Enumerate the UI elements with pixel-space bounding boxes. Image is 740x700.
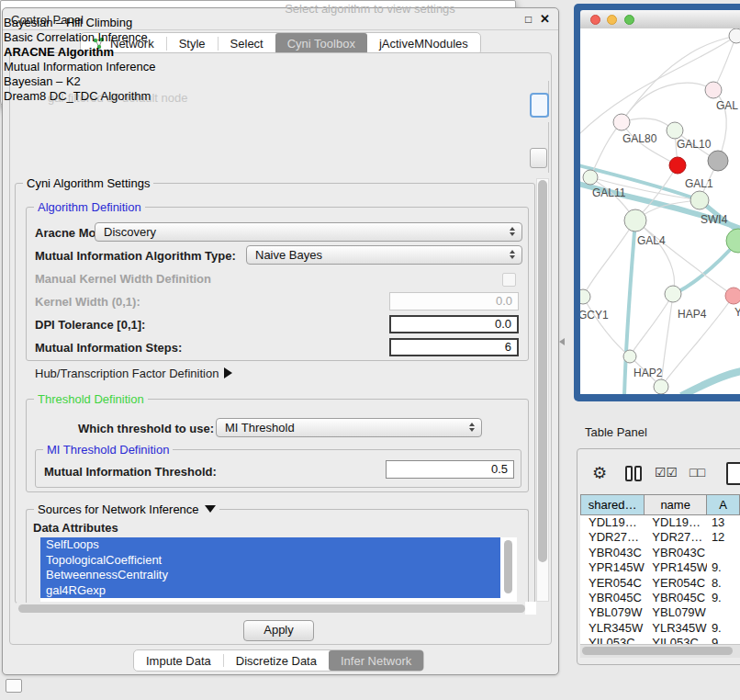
cyni-bottom-tabbar: Impute Data Discretize Data Infer Networ…: [133, 649, 424, 672]
mi-steps-field[interactable]: 6: [389, 338, 519, 356]
select-all-checkboxes-icon[interactable]: ☑☑: [655, 465, 678, 480]
tab-discretize-data-label: Discretize Data: [236, 654, 317, 668]
data-attributes-label: Data Attributes: [33, 521, 118, 535]
combo-arrows-icon: [469, 423, 475, 432]
mi-threshold-label: Mutual Information Threshold:: [44, 465, 217, 479]
table-settings-gear-icon[interactable]: ⚙: [592, 463, 607, 483]
column-header-name[interactable]: name: [645, 495, 707, 514]
screen: Control Panel □ ✕ Network Style Select C…: [0, 0, 740, 700]
network-node[interactable]: [729, 28, 740, 43]
node-label: HAP2: [633, 367, 663, 379]
network-node[interactable]: [624, 209, 646, 231]
mi-threshold-field[interactable]: 0.5: [386, 460, 514, 479]
algorithm-option[interactable]: Basic Correlation Inference: [4, 30, 499, 45]
tab-discretize-data[interactable]: Discretize Data: [224, 650, 329, 671]
algorithm-option[interactable]: Mutual Information Inference: [4, 60, 499, 74]
attribute-item-selected[interactable]: gal4RGexp: [40, 583, 500, 599]
mi-type-combobox[interactable]: Naive Bayes: [246, 245, 522, 265]
table-hscrollbar-thumb[interactable]: [582, 647, 733, 655]
attribute-item-selected[interactable]: TopologicalCoefficient: [40, 553, 500, 569]
node-label: GCY1: [580, 309, 609, 322]
sources-group-title[interactable]: Sources for Network Inference: [34, 502, 219, 516]
splitter-handle-icon[interactable]: [559, 338, 565, 345]
deselect-all-checkboxes-icon[interactable]: □□: [690, 465, 705, 480]
aracne-mode-combobox[interactable]: Discovery: [95, 222, 522, 242]
mi-type-label: Mutual Information Algorithm Type:: [35, 249, 236, 263]
table-document-icon[interactable]: [726, 462, 740, 485]
algorithm-option[interactable]: Bayesian – Hill Climbing: [4, 16, 499, 30]
algorithm-option[interactable]: Bayesian – K2: [4, 74, 499, 89]
hub-tf-definition-toggle[interactable]: Hub/Transcription Factor Definition: [35, 367, 232, 380]
network-node[interactable]: [690, 191, 709, 209]
network-node[interactable]: [667, 122, 683, 139]
network-window-titlebar[interactable]: [580, 10, 740, 29]
settings-hscrollbar-thumb[interactable]: [18, 604, 525, 613]
network-node[interactable]: [705, 82, 722, 98]
table-row[interactable]: YBR045CYBR045C9.: [580, 591, 740, 605]
which-threshold-value: MI Threshold: [225, 421, 295, 435]
network-combobox-fragment[interactable]: [530, 148, 547, 168]
data-attributes-list: SelfLoops TopologicalCoefficient Between…: [40, 537, 500, 598]
network-node[interactable]: [665, 286, 681, 302]
network-node[interactable]: [583, 170, 598, 185]
settings-vscrollbar-thumb[interactable]: [538, 180, 547, 562]
dpi-tolerance-label: DPI Tolerance [0,1]:: [35, 318, 145, 332]
node-label: Y: [734, 306, 740, 319]
node-label: GAL: [716, 99, 738, 112]
table-panel-title: Table Panel: [585, 425, 647, 439]
restore-panel-button[interactable]: [6, 679, 22, 693]
column-header-clipped[interactable]: A: [707, 495, 740, 514]
table-row[interactable]: YIL053CYIL053C9: [580, 636, 740, 644]
table-row[interactable]: YPR145WYPR145W9.: [580, 560, 740, 575]
kernel-width-field: 0.0: [389, 292, 519, 310]
table-header-row: shared… name A: [580, 494, 740, 515]
network-node[interactable]: [623, 350, 636, 363]
node-label: GAL1: [685, 177, 713, 190]
mi-threshold-definition-title: MI Threshold Definition: [43, 443, 173, 457]
table-row[interactable]: YLR345WYLR345W9.: [580, 621, 740, 636]
zoom-window-icon[interactable]: [624, 15, 634, 25]
attribute-item-selected[interactable]: SelfLoops: [40, 537, 500, 553]
table-row[interactable]: YER054CYER054C8.: [580, 576, 740, 591]
combo-arrows-icon: [510, 250, 515, 259]
network-canvas[interactable]: GAL GAL80 GAL10 GAL11 GAL1 GAL4 SWI4 GCY…: [580, 28, 740, 394]
minimize-window-icon[interactable]: [607, 15, 617, 25]
table-row[interactable]: YDR27…YDR27…12: [580, 530, 740, 545]
tab-impute-data[interactable]: Impute Data: [134, 650, 223, 671]
apply-button[interactable]: Apply: [243, 620, 314, 641]
table-row[interactable]: YBL079WYBL079W: [580, 605, 740, 620]
ghost-combobox-text: gal-filtered sif default node: [48, 91, 187, 105]
network-node-labels: GAL GAL80 GAL10 GAL11 GAL1 GAL4 SWI4 GCY…: [580, 99, 740, 379]
tab-infer-network[interactable]: Infer Network: [329, 650, 423, 671]
node-label: SWI4: [701, 213, 728, 226]
mi-steps-label: Mutual Information Steps:: [35, 341, 182, 355]
attribute-list-scrollbar[interactable]: [504, 540, 512, 593]
algorithm-dropdown-popup: Select algorithm to view settings Bayesi…: [0, 0, 516, 107]
attribute-item-selected[interactable]: BetweennessCentrality: [40, 568, 500, 583]
network-node-gray[interactable]: [708, 151, 728, 171]
which-threshold-combobox[interactable]: MI Threshold: [216, 418, 482, 437]
network-node[interactable]: [613, 114, 630, 130]
expanded-arrow-icon: [205, 505, 216, 513]
table-row[interactable]: YDL19…YDL19…13: [580, 515, 740, 530]
table-columns-icon[interactable]: [625, 466, 644, 481]
algorithm-definition-title: Algorithm Definition: [34, 200, 145, 214]
algorithm-combobox-fragment[interactable]: [530, 93, 549, 118]
collapsed-arrow-icon: [224, 367, 232, 378]
dpi-tolerance-field[interactable]: 0.0: [389, 315, 519, 333]
kernel-width-label: Kernel Width (0,1):: [35, 295, 140, 309]
network-node-salmon[interactable]: [725, 288, 740, 304]
combo-arrows-icon: [510, 227, 515, 236]
network-node-red[interactable]: [669, 157, 686, 174]
manual-kernel-checkbox: [502, 273, 516, 287]
node-label: GAL11: [592, 186, 626, 199]
hidden-groupbox-edge: [548, 122, 549, 173]
close-window-icon[interactable]: [590, 15, 600, 25]
network-node[interactable]: [654, 379, 668, 394]
algorithm-option-selected[interactable]: ARACNE Algorithm: [4, 45, 499, 60]
network-node[interactable]: [580, 289, 590, 304]
scrollbar-corner: [525, 602, 536, 615]
hub-tf-definition-label: Hub/Transcription Factor Definition: [35, 367, 219, 380]
table-row[interactable]: YBR043CYBR043C: [580, 546, 740, 560]
column-header-shared-name[interactable]: shared…: [580, 495, 645, 514]
